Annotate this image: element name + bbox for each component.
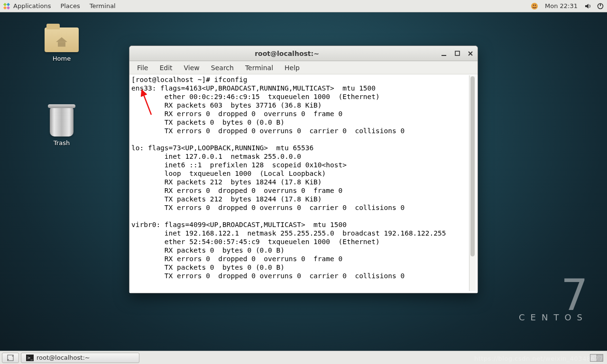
trash-label: Trash: [38, 139, 85, 146]
svg-rect-10: [455, 51, 460, 55]
svg-rect-2: [3, 6, 7, 9]
home-label: Home: [38, 55, 85, 62]
titlebar[interactable]: root@localhost:~: [129, 46, 478, 61]
taskbar-app-label: root@localhost:~: [37, 354, 90, 361]
folder-icon: [45, 27, 79, 52]
centos-name: CENTOS: [519, 312, 588, 322]
power-icon[interactable]: [597, 2, 604, 10]
menu-help[interactable]: Help: [280, 63, 304, 73]
volume-icon[interactable]: [584, 2, 592, 10]
menu-file[interactable]: File: [132, 63, 153, 73]
svg-rect-1: [7, 2, 10, 6]
terminal-window: root@localhost:~ File Edit View Search T…: [129, 46, 478, 293]
menubar: File Edit View Search Terminal Help: [129, 61, 478, 74]
centos-brand: 7 CENTOS: [519, 278, 588, 322]
svg-point-6: [535, 4, 536, 5]
trash-bin-icon: [50, 107, 74, 136]
scrollbar[interactable]: [469, 75, 476, 291]
window-title: root@localhost:~: [133, 50, 441, 57]
system-tray: Mon 22:31: [531, 2, 604, 10]
close-button[interactable]: [467, 50, 474, 57]
centos-version: 7: [519, 278, 588, 312]
places-menu[interactable]: Places: [55, 2, 84, 9]
maximize-button[interactable]: [454, 50, 460, 57]
show-desktop-button[interactable]: [2, 353, 19, 363]
svg-text:>_: >_: [27, 355, 33, 360]
scrollbar-thumb[interactable]: [470, 76, 475, 256]
top-panel: Applications Places Terminal Mon 22:31: [0, 0, 607, 12]
trash-icon[interactable]: Trash: [38, 107, 85, 146]
watermark: https://blog.csdn.net/weixin_40348677: [474, 355, 603, 362]
terminal-output: [root@localhost ~]# ifconfig ens33: flag…: [131, 75, 469, 291]
home-folder-icon[interactable]: Home: [38, 27, 85, 62]
svg-rect-14: [8, 355, 13, 361]
svg-point-5: [533, 4, 534, 5]
svg-point-4: [531, 3, 538, 9]
menu-terminal[interactable]: Terminal: [240, 63, 278, 73]
terminal-body[interactable]: [root@localhost ~]# ifconfig ens33: flag…: [129, 74, 478, 293]
svg-rect-3: [7, 6, 10, 9]
minimize-button[interactable]: [441, 50, 447, 57]
applications-menu[interactable]: Applications: [12, 2, 55, 9]
notification-icon[interactable]: [531, 2, 538, 10]
clock[interactable]: Mon 22:31: [543, 2, 579, 9]
terminal-menu[interactable]: Terminal: [85, 2, 120, 9]
menu-view[interactable]: View: [179, 63, 204, 73]
svg-rect-0: [3, 2, 7, 6]
distro-icon: [3, 2, 10, 10]
menu-edit[interactable]: Edit: [155, 63, 177, 73]
menu-search[interactable]: Search: [206, 63, 239, 73]
taskbar-app-terminal[interactable]: >_ root@localhost:~: [21, 353, 139, 363]
